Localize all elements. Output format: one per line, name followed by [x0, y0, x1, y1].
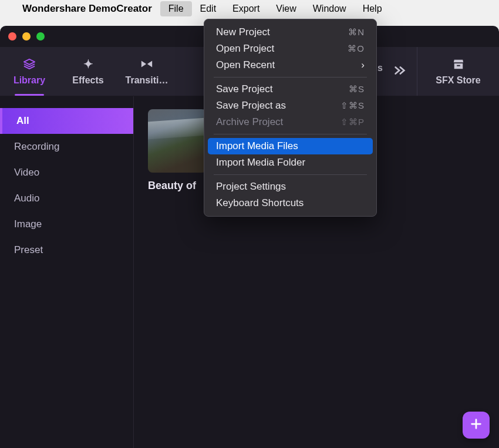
add-media-fab[interactable] [463, 412, 490, 439]
store-icon [452, 58, 465, 70]
tab-label: Effects [72, 75, 103, 86]
tab-label: SFX Store [436, 75, 480, 86]
tab-effects[interactable]: ✦ Effects [59, 47, 117, 96]
tab-label: Library [14, 75, 45, 86]
chevron-double-right-icon [393, 65, 406, 78]
menubar-item-window[interactable]: Window [305, 1, 355, 16]
menu-shortcut: ⌘N [348, 27, 365, 38]
bowtie-icon [140, 58, 153, 70]
file-save-project-as[interactable]: Save Project as ⇧⌘S [208, 97, 373, 114]
tab-label: s [377, 63, 383, 73]
menu-label: Save Project as [216, 100, 286, 112]
file-import-media-folder[interactable]: Import Media Folder [208, 154, 373, 171]
tabs-overflow-button[interactable] [383, 47, 417, 96]
thumbnail-image [148, 109, 207, 173]
menubar-item-help[interactable]: Help [355, 1, 390, 16]
tab-label: Transiti… [126, 75, 168, 86]
app-name: Wondershare DemoCreator [22, 3, 152, 15]
sidebar-item-video[interactable]: Video [0, 160, 133, 186]
sparkle-icon: ✦ [83, 58, 93, 70]
library-sidebar: All Recording Video Audio Image Preset [0, 96, 134, 448]
menu-shortcut: ⇧⌘P [340, 117, 365, 127]
tab-library[interactable]: Library [0, 47, 59, 96]
menu-label: Import Media Files [216, 140, 298, 152]
menu-label: Archive Project [216, 116, 283, 128]
menu-separator [214, 77, 367, 78]
sidebar-item-all[interactable]: All [0, 108, 133, 134]
sidebar-item-recording[interactable]: Recording [0, 134, 133, 160]
sidebar-item-audio[interactable]: Audio [0, 186, 133, 211]
file-archive-project: Archive Project ⇧⌘P [208, 114, 373, 130]
file-save-project[interactable]: Save Project ⌘S [208, 81, 373, 97]
file-menu-dropdown: New Project ⌘N Open Project ⌘O Open Rece… [204, 19, 377, 217]
menu-label: Open Project [216, 43, 274, 55]
file-new-project[interactable]: New Project ⌘N [208, 24, 373, 41]
chevron-right-icon: › [361, 59, 365, 71]
file-import-media-files[interactable]: Import Media Files [208, 138, 373, 154]
macos-menubar: Wondershare DemoCreator File Edit Export… [0, 0, 499, 18]
window-minimize-button[interactable] [22, 32, 31, 41]
file-open-recent[interactable]: Open Recent › [208, 57, 373, 73]
menu-label: Save Project [216, 83, 272, 95]
window-close-button[interactable] [8, 32, 16, 41]
menu-label: Keyboard Shortcuts [216, 197, 304, 209]
menubar-item-file[interactable]: File [160, 1, 192, 16]
file-keyboard-shortcuts[interactable]: Keyboard Shortcuts [208, 195, 373, 211]
menu-shortcut: ⌘S [349, 84, 365, 95]
menu-shortcut: ⇧⌘S [340, 100, 365, 111]
menubar-item-edit[interactable]: Edit [192, 1, 225, 16]
menu-label: Open Recent [216, 59, 275, 71]
layers-icon [23, 58, 36, 70]
menubar-item-view[interactable]: View [268, 1, 304, 16]
file-project-settings[interactable]: Project Settings [208, 178, 373, 195]
sidebar-item-image[interactable]: Image [0, 211, 133, 237]
file-open-project[interactable]: Open Project ⌘O [208, 41, 373, 57]
traffic-lights [8, 32, 45, 41]
plus-icon [470, 416, 483, 434]
sidebar-item-preset[interactable]: Preset [0, 237, 133, 263]
menu-shortcut: ⌘O [348, 43, 365, 54]
menu-separator [214, 174, 367, 175]
menu-label: Import Media Folder [216, 157, 305, 169]
window-zoom-button[interactable] [36, 32, 45, 41]
tab-transitions[interactable]: Transiti… [117, 47, 176, 96]
menubar-item-export[interactable]: Export [224, 1, 268, 16]
menu-label: New Project [216, 26, 270, 38]
menu-separator [214, 134, 367, 134]
menu-label: Project Settings [216, 181, 286, 193]
tab-sfx-store[interactable]: SFX Store [417, 47, 499, 96]
